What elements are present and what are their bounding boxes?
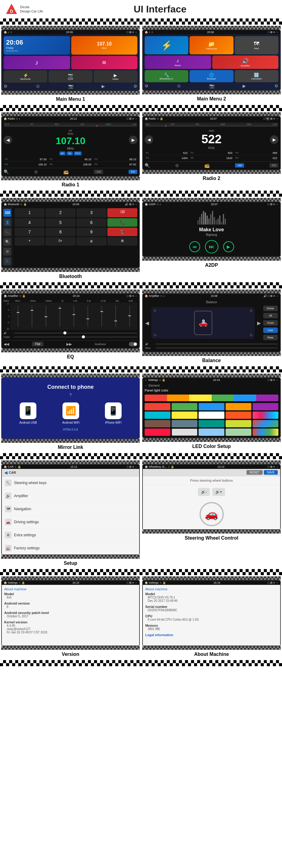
balance-left-btn[interactable]: ◀ bbox=[145, 320, 149, 326]
kernel-value: 4.4.95 nicky@nicky#127 Fri Jan 26 19:48:… bbox=[7, 624, 137, 634]
mirror-title: Connect to phone bbox=[7, 384, 134, 390]
music-widget[interactable]: ♪ bbox=[4, 56, 70, 69]
navi-widget[interactable]: 🗺 Navi bbox=[235, 36, 278, 54]
balance-user-btn[interactable]: User bbox=[263, 328, 278, 333]
color-yellow[interactable] bbox=[172, 411, 198, 419]
dial-9[interactable]: 9 bbox=[76, 228, 106, 236]
dial-hangup[interactable]: 📵 bbox=[107, 228, 137, 236]
bluetooth-widget[interactable]: ⚡ Bluetooth bbox=[4, 70, 47, 83]
setup-item-driving[interactable]: 🚗 Driving settings bbox=[3, 516, 138, 529]
status-bar-mm1: 🏠 ♪ ☆ 20:06 □ ⊞ ≡ → bbox=[2, 30, 139, 34]
dial-1[interactable]: 1 bbox=[14, 208, 44, 217]
balance-rear-btn[interactable]: Rear bbox=[263, 335, 278, 340]
main-menu-2-panel: 🏠 ♪ ☆ 20:06 □ ⊞ ≡ → ⚡ 📁 FileHouse 🗺 Navi bbox=[141, 25, 282, 105]
song-title: Make Love bbox=[199, 227, 224, 232]
color-blue[interactable] bbox=[199, 403, 224, 410]
setup-item-navigation[interactable]: 🗺 Navigation bbox=[3, 503, 138, 516]
header: D Dicola Design Car Life UI Interface bbox=[0, 0, 282, 19]
prev-track-btn[interactable]: ⏮ bbox=[189, 241, 200, 252]
wheelkey-widget[interactable]: 🔧 WheelKey S. bbox=[145, 70, 188, 82]
radio-2-panel: 🏠 Radio ☆ 🔒 15:07 □ 📷 ⊞ ≡ → 531700900100… bbox=[141, 111, 282, 191]
balance-front-btn[interactable]: Front bbox=[263, 320, 278, 326]
prev-btn[interactable]: ◀ bbox=[4, 136, 12, 144]
balance-right-btn[interactable]: ▶ bbox=[257, 320, 261, 326]
next-btn[interactable]: ▶ bbox=[129, 136, 137, 144]
section-radio: 🏠 Radio ☆ ♪ 20:12 □ ⊞ ≡ → 87.59296.51011… bbox=[0, 111, 282, 191]
status-bar-r2: 🏠 Radio ☆ 🔒 15:07 □ 📷 ⊞ ≡ → bbox=[143, 117, 280, 121]
dial-del[interactable]: ⌫ bbox=[107, 208, 137, 217]
setup-item-factory[interactable]: 🏭 Factory settings bbox=[3, 542, 138, 555]
iphone-wifi-option[interactable]: 📱 iPhone WiFi bbox=[105, 402, 121, 424]
model-value: 6v5 bbox=[7, 596, 137, 599]
setup-panel: 🏠 CAR ☆ 🔒 15:13 □ ⊞ ≡ → ◀ CAR 🔧 Steering… bbox=[0, 459, 141, 569]
about-panel: 🏠 Settings ☆ 🔒 15:15 □ ⊞ ≡ → About machi… bbox=[141, 575, 282, 660]
radio-widget[interactable]: 107.10 MHz bbox=[71, 36, 138, 55]
dial-0[interactable]: 0+ bbox=[45, 237, 75, 246]
vol-up-btn[interactable]: 🔊+ bbox=[212, 488, 225, 496]
status-bar-balance: 🏠 Amplifier ☆ ♪ 15:08 🔊 □ ⊞ ≡ → bbox=[143, 294, 280, 298]
color-cyan[interactable] bbox=[145, 411, 170, 419]
setup-item-amplifier[interactable]: 🔊 Amplifier bbox=[3, 490, 138, 503]
color-lime[interactable] bbox=[253, 411, 278, 419]
dial-extra[interactable]: ⊞ bbox=[107, 237, 137, 246]
dial-5[interactable]: 5 bbox=[45, 218, 75, 227]
dial-3[interactable]: 3 bbox=[76, 208, 106, 217]
am-next-btn[interactable]: ▶ bbox=[270, 135, 278, 144]
color-white[interactable] bbox=[199, 411, 224, 419]
reset-btn[interactable]: RESET bbox=[247, 470, 262, 475]
am-prev-btn[interactable]: ◀ bbox=[145, 135, 153, 144]
bt-settings-icon[interactable]: ⚙ bbox=[3, 248, 11, 255]
bt-contacts-icon[interactable]: 👤 bbox=[3, 219, 11, 226]
version-panel: 🏠 Settings ☆ 🔒 15:15 □ ⊞ ≡ → About machi… bbox=[0, 575, 141, 660]
music-widget2[interactable]: ♪ Music bbox=[145, 56, 211, 69]
color-green[interactable] bbox=[172, 403, 198, 410]
mirror-panel: Connect to phone ? 📱 Android USB 📶 Andro… bbox=[0, 372, 141, 453]
model-label: Model bbox=[4, 592, 137, 596]
android-usb-option[interactable]: 📱 Android USB bbox=[20, 402, 37, 424]
dial-6[interactable]: 6 bbox=[76, 218, 106, 227]
logo: D Dicola Design Car Life bbox=[5, 2, 43, 16]
calculator-widget[interactable]: 🔢 Calculator bbox=[235, 70, 278, 82]
dial-7[interactable]: 7 bbox=[14, 228, 44, 236]
next-track-btn[interactable]: ▶ bbox=[223, 241, 234, 252]
color-deep-orange[interactable] bbox=[225, 411, 251, 419]
dial-star[interactable]: * bbox=[14, 237, 44, 246]
browser-widget[interactable]: 🌐 Browser bbox=[189, 70, 233, 82]
android-wifi-option[interactable]: 📶 Android WiFi bbox=[62, 402, 79, 424]
dvr-widget[interactable]: 📷 DVR bbox=[48, 70, 92, 83]
color-purple[interactable] bbox=[253, 403, 278, 410]
video-widget[interactable]: ▶ Video bbox=[94, 70, 137, 83]
save-btn[interactable]: SAVE bbox=[264, 470, 278, 475]
dial-2[interactable]: 2 bbox=[45, 208, 75, 217]
color-orange[interactable] bbox=[225, 403, 251, 410]
bt-large[interactable]: ⚡ bbox=[145, 36, 188, 54]
play-pause-btn[interactable]: ⏭ bbox=[205, 240, 218, 253]
eq-widget[interactable]: ≋ bbox=[71, 56, 138, 69]
eq-panel: 🏠 Amplifier ☆ 🔒 20:16 □ ⊞ ≡ → Effect 60H… bbox=[0, 288, 141, 366]
setup-item-extra[interactable]: ⚙ Extra settings bbox=[3, 529, 138, 542]
kernel-label: Kernel version bbox=[4, 620, 137, 624]
filehouse-widget[interactable]: 📁 FileHouse bbox=[189, 36, 233, 54]
dial-8[interactable]: 8 bbox=[45, 228, 75, 236]
patch-label: Android security patch level bbox=[4, 611, 137, 615]
bt-search-icon[interactable]: 🔍 bbox=[3, 238, 11, 246]
color-red[interactable] bbox=[145, 403, 170, 410]
amplifier-widget[interactable]: 🔊 Amplifier bbox=[212, 56, 279, 69]
led-color-title: Panel light color bbox=[145, 389, 278, 392]
balance-all-btn[interactable]: All bbox=[263, 313, 278, 318]
patch-value: October 5, 2017 bbox=[7, 615, 137, 618]
about-legal-label[interactable]: Legal information bbox=[145, 633, 278, 637]
android-version-value: 8 bbox=[7, 605, 137, 609]
eq-preset-label: Flat bbox=[32, 342, 43, 346]
vol-down-btn[interactable]: 🔊- bbox=[198, 488, 210, 496]
setup-item-steering[interactable]: 🔧 Steering wheel keys bbox=[3, 476, 138, 490]
bt-dialpad-icon[interactable]: ⌨ bbox=[3, 209, 11, 217]
eq-label: EQ bbox=[1, 352, 140, 362]
section-version-about: 🏠 Settings ☆ 🔒 15:15 □ ⊞ ≡ → About machi… bbox=[0, 575, 282, 660]
dial-call[interactable]: 📞 bbox=[107, 218, 137, 227]
dial-hash[interactable]: # bbox=[76, 237, 106, 246]
balance-driver-btn[interactable]: Driver bbox=[263, 306, 278, 311]
dial-4[interactable]: 4 bbox=[14, 218, 44, 227]
steering-instruction: Press steering wheel buttons bbox=[143, 476, 280, 485]
bt-call-icon[interactable]: 📞 bbox=[3, 228, 11, 236]
